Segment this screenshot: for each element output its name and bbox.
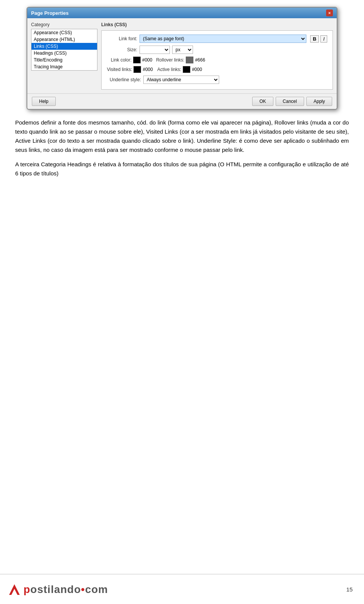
category-item-headings-css[interactable]: Headings (CSS) (31, 50, 97, 57)
logo-dot-1: • (81, 583, 85, 595)
link-color-value: #000 (142, 57, 152, 63)
page-number: 15 (346, 586, 353, 593)
category-item-links-css[interactable]: Links (CSS) (31, 43, 97, 50)
page-footer: postilando•com 15 (0, 574, 364, 604)
visited-color-item: Visited links: #000 (107, 66, 153, 73)
font-buttons: B I (310, 35, 327, 43)
underline-select[interactable]: Always underline (143, 76, 219, 84)
category-panel: Category Appearance (CSS) Appearance (HT… (31, 22, 97, 90)
footer-logo: postilando•com (8, 583, 108, 596)
link-color-label: Link color: (107, 57, 132, 63)
content-area: Podemos definir a fonte dos mesmos taman… (0, 110, 364, 191)
help-button[interactable]: Help (32, 97, 56, 106)
dialog-close-button[interactable]: × (326, 9, 333, 16)
link-font-label: Link font: (107, 36, 137, 41)
footer-buttons: OK Cancel Apply (252, 97, 332, 106)
link-color-item: Link color: #000 (107, 57, 152, 63)
paragraph-2: A terceira Categoria Headings é relativa… (15, 160, 349, 178)
logo-text: postilando•com (24, 583, 108, 596)
active-color-swatch[interactable] (183, 66, 190, 73)
px-select[interactable]: px (172, 46, 193, 54)
visited-active-row: Visited links: #000 Active links: #000 (107, 66, 327, 73)
category-item-tracing-image[interactable]: Tracing Image (31, 63, 97, 70)
rollover-color-swatch[interactable] (186, 57, 193, 63)
bold-button[interactable]: B (310, 35, 319, 43)
dialog-title: Page Properties (31, 10, 69, 16)
settings-panel-header: Links (CSS) (101, 22, 333, 27)
visited-label: Visited links: (107, 67, 132, 72)
visited-color-swatch[interactable] (133, 66, 141, 73)
logo-com: com (85, 583, 108, 595)
underline-label: Underline style: (107, 77, 141, 82)
dialog-body: Category Appearance (CSS) Appearance (HT… (27, 18, 337, 93)
active-color-item: Active links: #000 (157, 66, 202, 73)
link-font-row: Link font: (Same as page font) B I (107, 35, 327, 43)
category-list: Appearance (CSS) Appearance (HTML) Links… (31, 29, 97, 71)
cancel-button[interactable]: Cancel (276, 97, 304, 106)
logo-icon (8, 583, 21, 596)
active-color-value: #000 (192, 67, 202, 72)
paragraph-1: Podemos definir a fonte dos mesmos taman… (15, 118, 349, 155)
apply-button[interactable]: Apply (306, 97, 332, 106)
dialog-titlebar: Page Properties × (27, 8, 337, 18)
link-font-select[interactable]: (Same as page font) (140, 35, 306, 43)
rollover-label: Rollover links: (156, 57, 185, 63)
link-color-swatch[interactable] (133, 57, 141, 63)
dialog-backdrop: Page Properties × Category Appearance (C… (0, 0, 364, 110)
logo-a: p (24, 583, 30, 595)
size-row: Size: px (107, 46, 327, 54)
dialog-footer: Help OK Cancel Apply (27, 93, 337, 109)
link-color-row: Link color: #000 Rollover links: #666 (107, 57, 327, 63)
page-properties-dialog: Page Properties × Category Appearance (C… (27, 7, 337, 110)
size-select[interactable] (140, 46, 170, 54)
category-label: Category (31, 22, 97, 27)
underline-row: Underline style: Always underline (107, 76, 327, 84)
rollover-color-value: #666 (195, 57, 205, 63)
settings-group: Link font: (Same as page font) B I Size: (101, 30, 333, 90)
active-label: Active links: (157, 67, 181, 72)
category-item-title-encoding[interactable]: Title/Encoding (31, 57, 97, 63)
size-label: Size: (107, 47, 137, 52)
rollover-color-item: Rollover links: #666 (156, 57, 205, 63)
category-item-appearance-css[interactable]: Appearance (CSS) (31, 29, 97, 36)
ok-button[interactable]: OK (252, 97, 273, 106)
category-item-appearance-html[interactable]: Appearance (HTML) (31, 36, 97, 43)
italic-button[interactable]: I (320, 35, 327, 43)
visited-color-value: #000 (143, 67, 153, 72)
settings-panel: Links (CSS) Link font: (Same as page fon… (101, 22, 333, 90)
